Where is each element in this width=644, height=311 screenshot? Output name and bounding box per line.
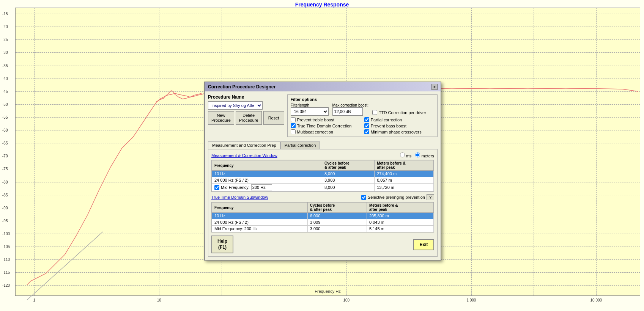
help-button[interactable]: Help (F1) <box>211 236 233 253</box>
table-row[interactable]: 24 000 Hz (FS / 2) 3,009 0,043 m <box>212 219 434 226</box>
modal-close-button[interactable]: × <box>431 84 438 90</box>
ttd-checkbox[interactable] <box>372 110 377 115</box>
max-correction-label: Max correction boost: <box>332 103 369 107</box>
y-label-6: -40 <box>2 76 8 80</box>
y-label-10: -60 <box>2 128 8 132</box>
help-inline-button[interactable]: ? <box>427 194 434 200</box>
selective-label: Selective preringing prevention <box>368 195 425 199</box>
mid-freq-input[interactable] <box>251 184 272 190</box>
x-label-2: 10 <box>157 298 161 302</box>
y-label-13: -75 <box>2 167 8 171</box>
y-label-9: -55 <box>2 115 8 119</box>
cycles-cell: 6,000 <box>307 213 367 219</box>
delete-procedure-button[interactable]: Delete Procedure <box>236 111 262 125</box>
bottom-row: Help (F1) Exit <box>211 236 434 253</box>
partial-correction-label: Partial correction <box>371 118 402 122</box>
modal-title: Correction Procedure Designer <box>208 84 276 90</box>
exit-button[interactable]: Exit <box>413 239 434 250</box>
col-cycles: Cycles before& after peak <box>322 160 374 171</box>
true-time-domain-row: True Time Domain Correction <box>291 123 361 128</box>
multiseat-checkbox[interactable] <box>291 129 296 134</box>
tts-section-link[interactable]: True Time Domain Subwindow <box>211 195 268 199</box>
y-label-11: -65 <box>2 141 8 145</box>
mid-freq-checkbox[interactable] <box>214 185 219 190</box>
col-meters: Meters before &after peak <box>367 203 433 213</box>
cycles-cell: 3,988 <box>322 177 374 184</box>
units-ms-radio[interactable] <box>400 152 405 157</box>
col-frequency: Frequency <box>212 160 322 171</box>
y-label-17: -95 <box>2 218 8 223</box>
procedure-name-label: Procedure Name <box>208 94 284 100</box>
min-phase-label: Minimum phase crossovers <box>371 130 422 134</box>
prevent-treble-checkbox[interactable] <box>291 117 296 122</box>
x-label-3: 100 <box>343 298 350 302</box>
measurement-table: Frequency Cycles before& after peak Mete… <box>212 160 434 192</box>
table-row[interactable]: 24 000 Hz (FS / 2) 3,988 0,057 m <box>212 177 434 184</box>
filterlength-select[interactable]: 16 384 <box>291 107 329 116</box>
y-label-18: -100 <box>2 232 10 236</box>
col-meters: Meters before &after peak <box>375 160 434 171</box>
x-label-5: 10 000 <box>590 298 602 302</box>
partial-correction-checkbox[interactable] <box>364 117 369 122</box>
y-label-21: -115 <box>2 270 10 275</box>
tab-partial[interactable]: Partial correction <box>280 141 320 149</box>
prevent-bass-label: Prevent bass boost <box>371 124 406 128</box>
x-label-4: 1 000 <box>466 298 476 302</box>
measurement-section-link[interactable]: Measurement & Correction Window <box>211 153 277 158</box>
min-phase-checkbox[interactable] <box>364 129 369 134</box>
filter-options-box: Filter options Filterlength 16 384 Max c… <box>287 94 438 137</box>
y-label-2: -20 <box>2 25 8 29</box>
prevent-bass-row: Prevent bass boost <box>364 123 434 128</box>
true-time-domain-checkbox[interactable] <box>291 123 296 128</box>
tab-content: Measurement & Correction Window ms meter… <box>208 149 438 257</box>
filter-options-title: Filter options <box>291 97 434 102</box>
measurement-header-row: Measurement & Correction Window ms meter… <box>211 152 434 158</box>
filter-options-section: Filter options Filterlength 16 384 Max c… <box>287 94 438 139</box>
y-label-3: -25 <box>2 38 8 42</box>
units-meters-label: meters <box>415 152 434 158</box>
table-row[interactable]: 10 Hz 8,000 274,400 m <box>212 171 434 177</box>
meters-cell: 274,400 m <box>375 171 434 177</box>
meters-cell: 0,057 m <box>375 177 434 184</box>
new-procedure-button[interactable]: New Procedure <box>208 111 234 125</box>
filter-length-section: Filterlength 16 384 <box>291 103 329 116</box>
y-label-22: -120 <box>2 283 10 287</box>
y-label-7: -45 <box>2 89 8 93</box>
freq-cell: 24 000 Hz (FS / 2) <box>212 219 308 226</box>
max-correction-input[interactable] <box>332 107 363 116</box>
table-row[interactable]: Mid Frequency: 8,000 13,720 m <box>212 184 434 192</box>
freq-cell: 10 Hz <box>212 213 308 219</box>
units-radio-group: ms meters <box>400 152 434 158</box>
y-label-20: -110 <box>2 258 10 262</box>
table-row[interactable]: 10 Hz 6,000 205,800 m <box>212 213 434 219</box>
tab-measurement[interactable]: Measurement and Correction Prep <box>208 141 280 149</box>
procedure-name-section: Procedure Name Inspired by Shy og Atle N… <box>208 94 284 139</box>
freq-cell: 24 000 Hz (FS / 2) <box>212 177 322 184</box>
tts-header-row: True Time Domain Subwindow Selective pre… <box>211 194 434 200</box>
multiseat-row: Multiseat correction <box>291 129 361 134</box>
procedure-buttons: New Procedure Delete Procedure Reset <box>208 111 284 125</box>
prevent-bass-checkbox[interactable] <box>364 123 369 128</box>
ttd-checkbox-row: TTD Correction per driver <box>372 110 426 116</box>
y-label-8: -50 <box>2 102 8 106</box>
y-label-14: -80 <box>2 180 8 184</box>
reset-button[interactable]: Reset <box>263 111 284 125</box>
col-frequency: Frequency <box>212 203 308 213</box>
procedure-select[interactable]: Inspired by Shy og Atle <box>208 101 263 110</box>
measurement-table-container: Frequency Cycles before& after peak Mete… <box>211 160 434 192</box>
selective-checkbox[interactable] <box>361 195 366 200</box>
modal-body: Procedure Name Inspired by Shy og Atle N… <box>205 91 441 260</box>
filterlength-label: Filterlength <box>291 103 329 107</box>
y-label-5: -35 <box>2 63 8 68</box>
cycles-cell: 8,000 <box>322 184 374 192</box>
units-meters-radio[interactable] <box>415 152 420 157</box>
chart-title: Frequency Response <box>0 0 644 8</box>
correction-procedure-dialog: Correction Procedure Designer × Procedur… <box>204 82 441 261</box>
table-row[interactable]: Mid Frequency: 200 Hz 3,000 5,145 m <box>212 226 434 232</box>
prevent-treble-row: Prevent treble boost <box>291 117 361 122</box>
meters-cell: 0,043 m <box>367 219 433 226</box>
col-cycles: Cycles before& after peak <box>307 203 367 213</box>
y-label-19: -105 <box>2 245 10 249</box>
multiseat-label: Multiseat correction <box>297 130 333 134</box>
meters-cell: 13,720 m <box>375 184 434 192</box>
